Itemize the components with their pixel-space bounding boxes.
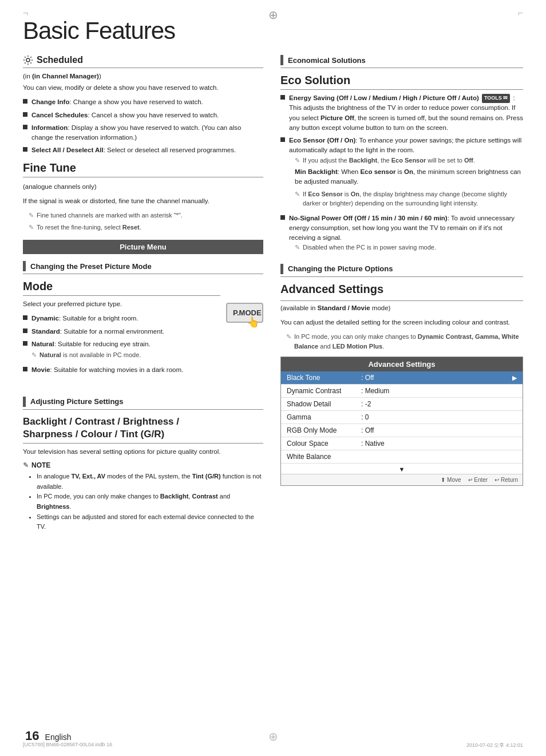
- bullet-icon: [23, 99, 27, 104]
- list-item: Information: Display a show you have res…: [23, 123, 263, 143]
- adv-row-name: White Balance: [287, 453, 361, 461]
- mode-section: Mode Select your preferred picture type.…: [23, 280, 263, 381]
- list-item: No-Signal Power Off (Off / 15 min / 30 m…: [280, 213, 523, 255]
- adv-row-arrow: ▶: [512, 374, 517, 382]
- picture-menu-bar: Picture Menu: [23, 240, 263, 254]
- mode-content: Mode Select your preferred picture type.…: [23, 280, 220, 381]
- page: ⊕ ⌐ ¬ Basic Features Scheduled (in (in C…: [0, 0, 546, 756]
- adv-row-shadow-detail[interactable]: Shadow Detail : -2: [281, 398, 523, 411]
- bullet-icon: [280, 95, 285, 100]
- item-text: Cancel Schedules: Cancel a show you have…: [31, 110, 219, 120]
- eco-heading: Eco Solution: [280, 74, 523, 90]
- scheduled-list: Change Info: Change a show you have rese…: [23, 97, 263, 155]
- mode-heading: Mode: [23, 280, 220, 293]
- left-column: Scheduled (in (in Channel Manager)) You …: [23, 55, 263, 532]
- natural-note: ✎ Natural is not available in PC mode.: [31, 350, 151, 360]
- bullet-icon: [23, 341, 27, 346]
- fine-tune-note2: ✎ To reset the fine-tuning, select Reset…: [23, 223, 263, 232]
- adv-row-black-tone[interactable]: Black Tone : Off ▶: [281, 371, 523, 385]
- eco-note1: ✎ If you adjust the Backlight, the Eco S…: [289, 156, 523, 165]
- adv-row-name: RGB Only Mode: [287, 426, 361, 434]
- adv-body: You can adjust the detailed setting for …: [280, 318, 523, 327]
- eco-note2: ✎ If Eco Sensor is On, the display brigh…: [289, 189, 523, 208]
- bullet-icon: [23, 125, 27, 129]
- note-pencil-icon: ✎: [29, 211, 34, 220]
- section-bar-icon: [23, 261, 26, 271]
- section-bar-icon: [280, 264, 283, 274]
- adv-down-arrow: ▼: [281, 464, 523, 474]
- adv-row-gamma[interactable]: Gamma : 0: [281, 411, 523, 424]
- two-col-layout: Scheduled (in (in Channel Manager)) You …: [23, 55, 523, 532]
- note-pencil-icon: ✎: [295, 156, 300, 165]
- bullet-icon: [23, 367, 27, 371]
- adv-row-name: Black Tone: [287, 374, 361, 382]
- backlight-notes: In analogue TV, Ext., AV modes of the PA…: [23, 472, 263, 532]
- adv-row-dynamic-contrast[interactable]: Dynamic Contrast : Medium: [281, 385, 523, 398]
- footer-right: 2010-07-02 오후 4:12:01: [466, 742, 523, 749]
- adv-row-value: : Off: [361, 426, 517, 434]
- mode-list: Dynamic: Suitable for a bright room. Sta…: [23, 314, 220, 375]
- bullet-icon: [23, 315, 27, 320]
- changing-preset-header: Changing the Preset Picture Mode: [23, 261, 263, 274]
- list-item: Energy Saving (Off / Low / Medium / High…: [280, 93, 523, 133]
- bullet-icon: [280, 137, 285, 142]
- list-item: Change Info: Change a show you have rese…: [23, 97, 263, 107]
- list-item: In PC mode, you can only make changes to…: [37, 492, 263, 512]
- note-pencil-icon: ✎: [295, 243, 300, 252]
- footer-line: [UC5700] BN68-02856T-00L04.indb 16 2010-…: [23, 742, 523, 749]
- note-pencil-icon: ✎: [23, 461, 29, 469]
- backlight-body: Your television has several setting opti…: [23, 447, 263, 457]
- right-column: Economical Solutions Eco Solution Energy…: [280, 55, 523, 532]
- backlight-heading-wrapper: Backlight / Contrast / Brightness /Sharp…: [23, 415, 263, 444]
- gear-icon: [23, 55, 33, 65]
- changing-options-header: Changing the Picture Options: [280, 264, 523, 277]
- advanced-settings-table: Advanced Settings Black Tone : Off ▶ Dyn…: [280, 357, 523, 486]
- no-signal-note: ✎ Disabled when the PC is in power savin…: [289, 243, 523, 252]
- top-right-mark: ⌐: [518, 8, 523, 18]
- list-item: Select All / Deselect All: Select or des…: [23, 145, 263, 155]
- top-left-mark: ¬: [23, 8, 28, 18]
- svg-point-0: [26, 58, 30, 62]
- note-pencil-icon: ✎: [29, 223, 34, 232]
- adv-footer-move: ⬆ Move: [441, 477, 461, 483]
- list-item: In analogue TV, Ext., AV modes of the PA…: [37, 472, 263, 492]
- pmode-button[interactable]: P.MODE 👆: [226, 303, 263, 323]
- list-item: Standard: Suitable for a normal environm…: [23, 327, 220, 337]
- note-pencil-icon: ✎: [295, 189, 300, 199]
- eco-list: Energy Saving (Off / Low / Medium / High…: [280, 93, 523, 255]
- advanced-settings-section: Advanced Settings (available in Standard…: [280, 283, 523, 486]
- item-text: Change Info: Change a show you have rese…: [31, 97, 203, 107]
- scheduled-header: Scheduled: [23, 55, 263, 68]
- economical-header: Economical Solutions: [280, 55, 523, 68]
- adjusting-header: Adjusting Picture Settings: [23, 397, 263, 410]
- top-center-mark: ⊕: [268, 8, 278, 22]
- bullet-icon: [23, 328, 27, 333]
- item-text: Select All / Deselect All: Select or des…: [31, 145, 236, 155]
- adv-footer-return: ↩ Return: [494, 477, 518, 483]
- changing-options-label: Changing the Picture Options: [288, 264, 393, 273]
- adv-footer-enter: ↵ Enter: [468, 477, 488, 483]
- footer-left: [UC5700] BN68-02856T-00L04.indb 16: [23, 742, 112, 749]
- list-item: Natural: Suitable for reducing eye strai…: [23, 339, 220, 362]
- bullet-icon: [23, 147, 27, 152]
- note-pencil-icon: ✎: [286, 332, 291, 342]
- adv-row-colour-space[interactable]: Colour Space : Native: [281, 437, 523, 450]
- list-item: Eco Sensor (Off / On): To enhance your p…: [280, 136, 523, 211]
- adv-row-value: : Medium: [361, 387, 517, 395]
- pmode-button-wrapper: P.MODE 👆: [226, 297, 263, 323]
- note-heading: ✎ NOTE: [23, 461, 263, 469]
- adv-row-value: : 0: [361, 413, 517, 421]
- adjusting-label: Adjusting Picture Settings: [30, 397, 124, 406]
- economical-label: Economical Solutions: [288, 56, 366, 65]
- eco-section: Eco Solution Energy Saving (Off / Low / …: [280, 74, 523, 255]
- min-backlight-note: Min Backlight: When Eco sensor is On, th…: [295, 167, 523, 187]
- tools-badge: TOOLS ✉: [482, 94, 510, 103]
- hand-icon: 👆: [247, 316, 259, 328]
- scheduled-in-label: (in (in Channel Manager)): [23, 73, 263, 80]
- adv-row-rgb-only[interactable]: RGB Only Mode : Off: [281, 424, 523, 437]
- adv-row-white-balance[interactable]: White Balance: [281, 450, 523, 464]
- list-item: Movie: Suitable for watching movies in a…: [23, 365, 220, 375]
- changing-preset-label: Changing the Preset Picture Mode: [30, 262, 152, 271]
- fine-tune-subtitle: (analogue channels only): [23, 182, 263, 192]
- fine-tune-note1: ✎ Fine tuned channels are marked with an…: [23, 211, 263, 220]
